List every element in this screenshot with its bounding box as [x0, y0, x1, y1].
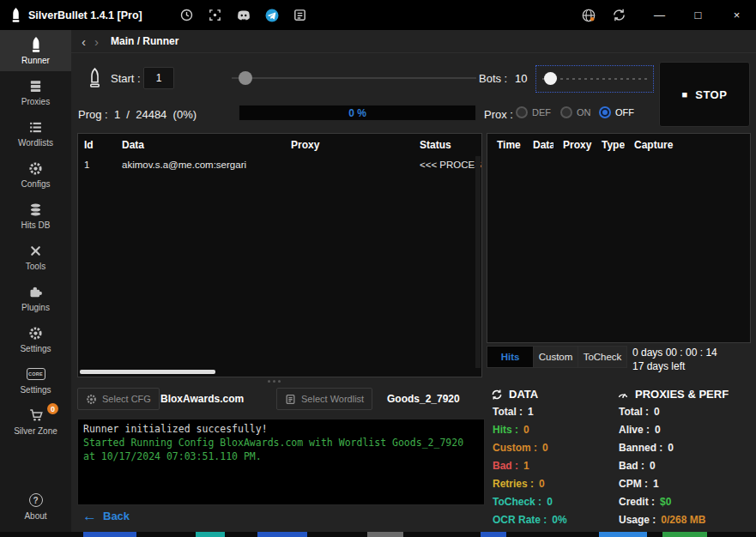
taskbar-fragment	[662, 532, 707, 537]
proxy-radio-off[interactable]: OFF	[599, 106, 634, 118]
bots-slider[interactable]	[535, 65, 654, 93]
tab-tocheck[interactable]: ToCheck	[578, 346, 627, 368]
discord-icon[interactable]	[235, 7, 252, 24]
slider-thumb[interactable]	[239, 71, 252, 85]
slider-track	[232, 77, 476, 79]
app-window: SilverBullet 1.4.1 [Pro]	[0, 0, 756, 537]
gear-icon	[28, 160, 43, 177]
runner-data-table: Id Data Proxy Status 1 akimov.s.a@me.com…	[77, 133, 482, 377]
sidebar-item-runner[interactable]: Runner	[0, 30, 71, 71]
sidebar-item-label: Runner	[21, 56, 50, 65]
stat-perf-credit: Credit :$0	[619, 496, 671, 508]
sidebar-item-label: Hits DB	[21, 220, 51, 230]
breadcrumb: Main / Runner	[111, 35, 178, 47]
forward-chevron-icon[interactable]: ›	[90, 34, 103, 49]
sidebar-item-wordlists[interactable]: Wordlists	[0, 112, 71, 154]
taskbar-fragment	[257, 532, 307, 537]
gear-icon	[28, 325, 43, 341]
table-header-row: Time Data Proxy Type Capture	[487, 134, 750, 155]
tab-custom[interactable]: Custom	[534, 346, 578, 368]
taskbar-sliver	[0, 532, 756, 537]
sidebar-item-silver-zone[interactable]: 0 Silver Zone	[0, 401, 71, 442]
column-header: Data	[523, 139, 553, 151]
sidebar-item-configs[interactable]: Configs	[0, 154, 71, 195]
stacked-layers-icon	[28, 78, 43, 94]
sidebar-item-label: Tools	[26, 262, 45, 271]
maximize-button[interactable]: □	[679, 0, 717, 30]
table-header-row: Id Data Proxy Status	[78, 134, 481, 155]
sync-icon[interactable]	[610, 7, 627, 24]
close-button[interactable]: ×	[717, 0, 756, 30]
sidebar: Runner Proxies Wordlists Configs Hits DB…	[0, 30, 71, 532]
license-days-left: 17 days left	[632, 360, 685, 372]
column-header: Id	[78, 139, 116, 151]
slider-track	[542, 78, 647, 80]
proxy-mode-label: Prox :	[484, 108, 513, 121]
radio-dot	[560, 106, 572, 118]
history-icon[interactable]	[178, 7, 196, 24]
silver-zone-badge: 0	[47, 403, 58, 414]
vertical-scrollbar[interactable]	[475, 156, 481, 368]
puzzle-icon	[28, 284, 43, 300]
taskbar-fragment	[599, 532, 647, 537]
titlebar-right: — □ ×	[580, 0, 756, 30]
selected-wordlist-name: Goods_2_7920	[387, 393, 460, 405]
start-input[interactable]	[143, 67, 174, 89]
sidebar-item-label: Settings	[20, 385, 51, 395]
runner-bullet-icon[interactable]	[83, 63, 106, 93]
back-button[interactable]: ← Back	[82, 509, 130, 523]
bots-value: 10	[515, 72, 527, 85]
select-wordlist-button[interactable]: Select Wordlist	[276, 388, 372, 410]
horizontal-scrollbar[interactable]	[80, 370, 215, 374]
titlebar: SilverBullet 1.4.1 [Pro]	[0, 0, 756, 30]
list-icon	[28, 119, 43, 136]
progress-label: Prog : 1 / 24484 (0%)	[78, 108, 197, 121]
proxy-radio-def[interactable]: DEF	[516, 106, 551, 118]
stat-perf-cpm: CPM :1	[619, 478, 659, 490]
stat-data-ocr-rate: OCR Rate :0%	[493, 514, 567, 526]
stat-data-tocheck: ToCheck :0	[493, 496, 553, 508]
column-header: Capture	[625, 139, 750, 151]
radio-label: ON	[577, 107, 591, 118]
sidebar-item-label: Wordlists	[18, 138, 53, 148]
sidebar-item-hits-db[interactable]: Hits DB	[0, 195, 71, 236]
sidebar-item-proxies[interactable]: Proxies	[0, 71, 71, 112]
stat-perf-banned: Banned :0	[619, 442, 674, 454]
radio-label: OFF	[615, 107, 634, 118]
globe-icon[interactable]	[580, 7, 597, 24]
stat-data-bad: Bad :1	[493, 460, 529, 472]
titlebar-icons	[178, 7, 309, 24]
sidebar-item-about[interactable]: ? About	[0, 486, 71, 527]
minimize-button[interactable]: —	[640, 0, 679, 30]
back-chevron-icon[interactable]: ‹	[77, 34, 90, 49]
stat-perf-usage: Usage :0/268 MB	[619, 514, 705, 526]
table-row[interactable]: 1 akimov.s.a@me.com:sergari <<< PROCESS	[78, 155, 481, 173]
news-icon[interactable]	[292, 7, 309, 24]
stat-perf-bad: Bad :0	[619, 460, 656, 472]
proxy-radio-on[interactable]: ON	[560, 106, 591, 118]
refresh-icon	[491, 389, 503, 401]
sidebar-item-label: About	[24, 511, 46, 521]
stat-perf-alive: Alive :0	[619, 424, 661, 436]
sidebar-item-settings-core[interactable]: CORE Settings	[0, 359, 71, 401]
sidebar-item-label: Plugins	[21, 303, 50, 312]
capture-icon[interactable]	[207, 7, 224, 24]
sidebar-item-tools[interactable]: Tools	[0, 236, 71, 277]
select-cfg-button[interactable]: Select CFG	[77, 388, 160, 410]
app-title: SilverBullet 1.4.1 [Pro]	[28, 9, 142, 21]
splitter-handle[interactable]	[268, 380, 281, 383]
column-header: Proxy	[553, 139, 592, 151]
start-label: Start :	[111, 72, 141, 85]
slider-thumb[interactable]	[544, 72, 557, 85]
database-icon	[28, 202, 43, 218]
telegram-icon[interactable]	[263, 7, 281, 24]
column-header: Data	[116, 139, 285, 151]
threads-slider[interactable]	[232, 70, 476, 86]
stop-button[interactable]: ■ STOP	[659, 62, 750, 127]
log-line: Runner initialized succesfully!	[83, 422, 479, 436]
tab-hits[interactable]: Hits	[487, 346, 534, 368]
sidebar-item-settings[interactable]: Settings	[0, 318, 71, 359]
taskbar-fragment	[367, 532, 403, 537]
sidebar-item-plugins[interactable]: Plugins	[0, 277, 71, 318]
cell-data: akimov.s.a@me.com:sergari	[116, 160, 285, 170]
